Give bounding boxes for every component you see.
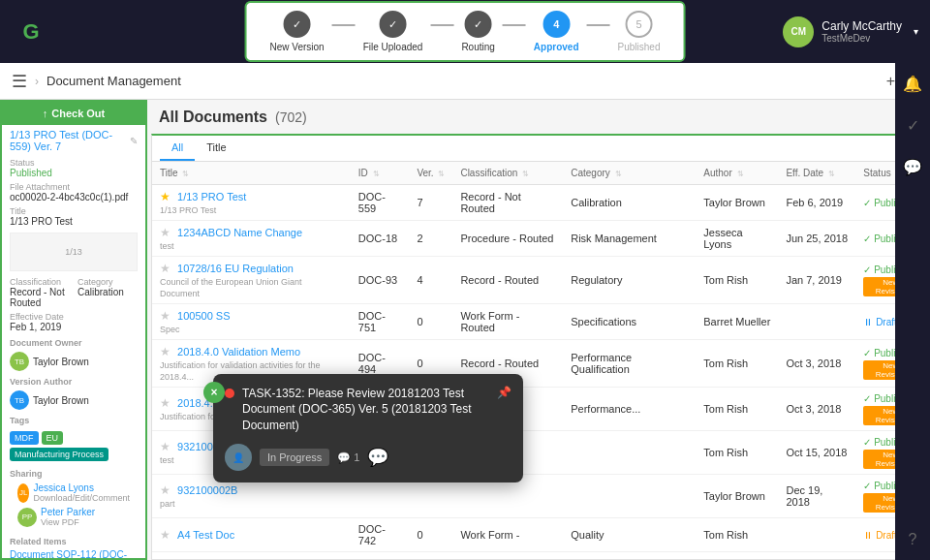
cell-eff-date [778, 304, 855, 340]
step-label-4: Approved [534, 42, 579, 52]
in-progress-label: In Progress [267, 451, 322, 463]
star-icon[interactable]: ★ [160, 190, 170, 203]
eff-date-value: Feb 1, 2019 [10, 322, 138, 332]
star-icon[interactable]: ★ [160, 396, 170, 410]
popup-chat-bubble[interactable]: 💬 [367, 447, 388, 468]
sharing-perm-1: Download/Edit/Comment [33, 493, 130, 503]
cell-title[interactable]: ★ 100500 SS Spec [152, 304, 351, 340]
table-row: ★ 10728/16 EU Regulation Council of the … [152, 257, 925, 304]
cell-title[interactable]: ★ 1/13 PRO Test 1/13 PRO Test [152, 185, 351, 221]
star-icon[interactable]: ★ [160, 345, 170, 358]
cell-id: DOC-559 [351, 185, 410, 221]
star-icon[interactable]: ★ [160, 528, 170, 542]
checkout-icon: ↑ [43, 108, 48, 119]
chat-icon[interactable]: 💬 [899, 154, 926, 180]
cell-author: Jesseca Lyons [696, 221, 778, 257]
cell-title[interactable]: ★ 1234ABCD Name Change test [152, 221, 351, 257]
left-panel: ↑ Check Out 1/13 PRO Test (DOC-559) Ver.… [0, 100, 147, 560]
cell-ver: 2 [409, 221, 452, 257]
tab-all[interactable]: All [160, 136, 195, 161]
side-bar: 🔔 ✓ 💬 ? [895, 63, 930, 560]
cell-eff-date: Jan 7, 2019 [778, 257, 855, 304]
classification-label: Classification [10, 277, 70, 287]
cell-category [563, 475, 696, 518]
col-eff-date[interactable]: Eff. Date ⇅ [778, 162, 855, 185]
cell-eff-date: Dec 19, 2018 [778, 475, 855, 518]
cell-eff-date: Oct 3, 2018 [778, 340, 855, 388]
eff-date-label: Effective Date [10, 312, 138, 322]
step-label-1: New Version [270, 42, 325, 52]
col-author[interactable]: Author ⇅ [696, 162, 778, 185]
cell-id: DOC-18 [351, 221, 410, 257]
tab-title[interactable]: Title [195, 136, 237, 161]
star-icon[interactable]: ★ [160, 262, 170, 275]
tag-mdf[interactable]: MDF [10, 431, 39, 445]
step-circle-2: ✓ [380, 11, 407, 38]
category-col: Category Calibration [78, 277, 138, 308]
star-icon[interactable]: ★ [160, 483, 170, 497]
table-row: ★ 100500 SS Spec DOC-751 0 Work Form - R… [152, 304, 925, 340]
cell-author: Taylor Brown [696, 185, 778, 221]
panel-eff-date: Effective Date Feb 1, 2019 [2, 310, 145, 334]
add-button[interactable]: + [886, 73, 895, 90]
star-icon[interactable]: ★ [160, 440, 170, 453]
related-link-1[interactable]: Document SOP-112 (DOC-630) [10, 548, 138, 560]
doc-tabs: All Title [152, 136, 925, 162]
user-menu[interactable]: CM Carly McCarthy TestMeDev ▾ [783, 16, 918, 47]
popup-close-button[interactable]: × [203, 382, 225, 403]
bell-icon[interactable]: 🔔 [899, 71, 926, 97]
cell-author: Barret Mueller [696, 304, 778, 340]
edit-icon[interactable]: ✎ [130, 136, 138, 146]
star-icon[interactable]: ★ [160, 309, 170, 323]
hamburger-icon[interactable]: ☰ [12, 71, 27, 92]
cell-eff-date: Jun 25, 2018 [778, 221, 855, 257]
cell-category: Risk Management [563, 221, 696, 257]
popup-comment-count: 💬 1 [337, 451, 359, 464]
checkout-button[interactable]: ↑ Check Out [2, 102, 145, 125]
sharing-name-2: Peter Parker [41, 507, 95, 517]
checkmark-icon[interactable]: ✓ [903, 112, 923, 139]
tag-manufacturing[interactable]: Manufacturing Process [10, 448, 108, 461]
version-author-avatar: TB [10, 390, 29, 410]
doc-table-container: All Title Title ⇅ ID ⇅ Ver. ⇅ Classifica… [151, 134, 926, 560]
doc-title-text: 932100002B [177, 484, 237, 496]
table-row: ★ 1/13 PRO Test 1/13 PRO Test DOC-559 7 … [152, 185, 925, 221]
sharing-user-2: PP Peter Parker View PDF [10, 505, 138, 529]
col-classification[interactable]: Classification ⇅ [452, 162, 563, 185]
cell-author: Tom Rish [696, 431, 778, 475]
col-id[interactable]: ID ⇅ [351, 162, 410, 185]
doc-sub-text: Council of the European Union Giant Docu… [160, 277, 302, 298]
sharing-detail-2: Peter Parker View PDF [41, 507, 95, 527]
cell-category [563, 431, 696, 475]
workflow-step-2: ✓ File Uploaded [363, 11, 423, 52]
col-ver[interactable]: Ver. ⇅ [409, 162, 452, 185]
cell-author: Tom Rish [696, 340, 778, 388]
col-category[interactable]: Category ⇅ [563, 162, 696, 185]
popup-status-badge: In Progress [260, 449, 329, 466]
doc-sub-text: test [160, 241, 174, 251]
cell-title[interactable]: ★ A4 Test Doc [152, 518, 351, 552]
star-icon[interactable]: ★ [160, 226, 170, 239]
question-icon[interactable]: ? [905, 527, 921, 552]
sharing-avatar-1: JL [17, 483, 29, 503]
panel-doc-title-row: 1/13 PRO Test (DOC-559) Ver. 7 ✎ [2, 125, 145, 156]
doc-header: All Documents (702) ↺ [147, 100, 930, 134]
classification-value: Record - Not Routed [10, 287, 70, 308]
related-section: Related Items Document SOP-112 (DOC-630)… [2, 533, 145, 560]
cell-author: Taylor Brown [696, 475, 778, 518]
cell-classification: Record - Routed [452, 257, 563, 304]
workflow-stepper: ✓ New Version ✓ File Uploaded ✓ Routing … [245, 1, 686, 62]
panel-file-field: File Attachment oc00020-2-4bc43c0c(1).pd… [2, 180, 145, 204]
tags-section-label: Tags [2, 412, 145, 427]
cell-classification: Procedure - Routed [452, 221, 563, 257]
doc-sub-text: part [160, 499, 175, 509]
tag-eu[interactable]: EU [42, 431, 64, 445]
cell-title[interactable]: ★ 10728/16 EU Regulation Council of the … [152, 257, 351, 304]
sharing-label: Sharing [10, 469, 138, 481]
cell-author: Tom Rish [696, 257, 778, 304]
pin-icon[interactable]: 📌 [497, 386, 512, 399]
cell-id: DOC-751 [351, 304, 410, 340]
col-title[interactable]: Title ⇅ [152, 162, 351, 185]
related-label: Related Items [10, 537, 138, 548]
avatar: CM [783, 16, 814, 47]
